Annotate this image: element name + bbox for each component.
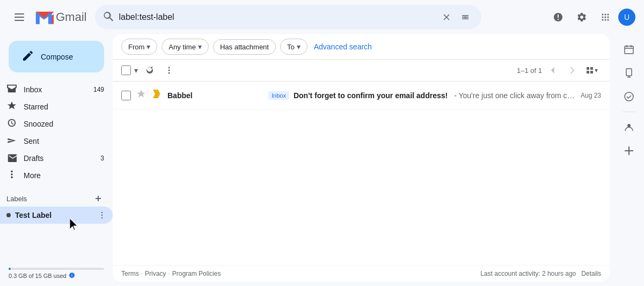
svg-point-17 xyxy=(169,70,170,71)
search-options-button[interactable] xyxy=(458,10,473,25)
snoozed-label: Snoozed xyxy=(24,120,104,128)
svg-rect-23 xyxy=(625,46,633,54)
keep-button[interactable] xyxy=(618,62,640,84)
svg-rect-0 xyxy=(14,13,24,14)
right-panel-divider xyxy=(623,112,635,112)
clear-search-button[interactable] xyxy=(440,10,453,24)
drafts-icon xyxy=(6,152,17,165)
starred-label: Starred xyxy=(24,102,104,111)
program-policies-link[interactable]: Program Policies xyxy=(172,270,221,277)
sidebar-item-snoozed[interactable]: Snoozed xyxy=(0,115,113,133)
email-tag: Inbox xyxy=(268,91,289,100)
inbox-count: 149 xyxy=(93,86,104,93)
sidebar-item-sent[interactable]: Sent xyxy=(0,133,113,150)
sidebar-item-starred[interactable]: Starred xyxy=(0,98,113,115)
search-input[interactable] xyxy=(119,12,435,22)
privacy-link[interactable]: Privacy xyxy=(145,270,166,277)
calendar-button[interactable] xyxy=(618,39,640,60)
svg-point-12 xyxy=(608,19,609,21)
sidebar-nav: Inbox 149 Starred Snoozed Sent xyxy=(0,81,113,184)
svg-rect-22 xyxy=(590,71,593,74)
contacts-button[interactable] xyxy=(618,116,640,138)
google-apps-button[interactable] xyxy=(595,6,616,28)
sidebar-item-inbox[interactable]: Inbox 149 xyxy=(0,81,113,98)
footer-separator-2: · xyxy=(168,270,170,277)
svg-point-4 xyxy=(602,14,604,16)
select-all-checkbox[interactable] xyxy=(121,65,131,75)
label-dot xyxy=(6,213,11,217)
storage-text: 0.3 GB of 15 GB used xyxy=(9,273,67,279)
has-attachment-filter-button[interactable]: Has attachment xyxy=(213,39,276,55)
label-more-options-button[interactable] xyxy=(96,210,108,221)
pagination-text: 1–1 of 1 xyxy=(517,67,542,75)
menu-button[interactable] xyxy=(9,6,30,28)
svg-rect-20 xyxy=(590,67,593,70)
sidebar-item-drafts[interactable]: Drafts 3 xyxy=(0,150,113,167)
email-row[interactable]: Babbel Inbox Don't forget to confirm you… xyxy=(113,82,610,109)
email-list-footer: Terms · Privacy · Program Policies Last … xyxy=(113,265,610,282)
last-activity-text: Last account activity: 2 hours ago Detai… xyxy=(480,270,601,277)
next-page-button[interactable] xyxy=(564,62,581,79)
from-label: From xyxy=(128,43,144,51)
select-dropdown-button[interactable]: ▾ xyxy=(133,64,139,77)
email-star-button[interactable] xyxy=(135,89,147,101)
more-actions-button[interactable] xyxy=(160,62,178,79)
tasks-button[interactable] xyxy=(618,86,640,107)
svg-point-7 xyxy=(602,17,604,18)
starred-icon xyxy=(6,101,17,113)
svg-point-9 xyxy=(608,17,609,18)
email-preview: - You're just one click away from comple… xyxy=(454,91,576,100)
any-time-label: Any time xyxy=(169,43,196,51)
email-subject: Don't forget to confirm your email addre… xyxy=(294,91,448,100)
to-filter-button[interactable]: To ▾ xyxy=(280,39,308,55)
gmail-logo-text: Gmail xyxy=(56,10,86,24)
settings-button[interactable] xyxy=(571,6,592,28)
svg-point-26 xyxy=(627,124,631,127)
more-label: More xyxy=(24,171,104,180)
svg-point-6 xyxy=(608,14,609,16)
has-attachment-label: Has attachment xyxy=(220,43,269,51)
view-options-button[interactable]: ▾ xyxy=(583,64,601,76)
label-item-test-label[interactable]: Test Label xyxy=(0,207,113,224)
compose-label: Compose xyxy=(41,53,73,61)
email-toolbar: ▾ 1–1 of 1 ▾ xyxy=(113,60,610,82)
svg-rect-21 xyxy=(587,71,589,74)
svg-point-5 xyxy=(605,14,606,16)
refresh-button[interactable] xyxy=(141,62,158,79)
svg-point-10 xyxy=(602,19,604,21)
avatar[interactable]: U xyxy=(618,9,635,26)
svg-point-15 xyxy=(101,217,103,218)
from-filter-button[interactable]: From ▾ xyxy=(121,39,157,55)
storage-bar-background xyxy=(9,268,104,270)
terms-link[interactable]: Terms xyxy=(121,270,139,277)
email-checkbox[interactable] xyxy=(121,91,131,100)
to-arrow-icon: ▾ xyxy=(297,42,301,51)
sidebar: Compose Inbox 149 Starred Snoozed xyxy=(0,34,113,286)
sidebar-item-more[interactable]: More xyxy=(0,167,113,184)
svg-point-16 xyxy=(169,67,170,69)
to-label: To xyxy=(287,43,295,51)
svg-rect-24 xyxy=(626,69,632,76)
email-area: From ▾ Any time ▾ Has attachment To ▾ Ad… xyxy=(113,34,610,282)
add-app-button[interactable] xyxy=(618,140,640,162)
svg-point-14 xyxy=(101,215,103,216)
any-time-filter-button[interactable]: Any time ▾ xyxy=(162,39,209,55)
advanced-search-link[interactable]: Advanced search xyxy=(314,42,372,51)
advanced-search-label: Advanced search xyxy=(314,42,372,51)
help-button[interactable] xyxy=(547,6,569,28)
compose-button[interactable]: Compose xyxy=(9,41,104,72)
inbox-icon xyxy=(6,84,17,96)
previous-page-button[interactable] xyxy=(544,62,561,79)
details-link[interactable]: Details xyxy=(581,270,601,277)
more-icon xyxy=(6,170,17,182)
inbox-label: Inbox xyxy=(24,85,87,94)
svg-point-25 xyxy=(625,92,633,101)
compose-icon xyxy=(21,49,34,64)
manage-storage-link[interactable] xyxy=(69,272,75,280)
add-label-button[interactable] xyxy=(92,193,104,204)
svg-rect-1 xyxy=(14,17,24,18)
svg-rect-19 xyxy=(587,67,589,70)
email-important-button[interactable] xyxy=(151,89,163,101)
labels-section-header: Labels xyxy=(0,188,113,207)
label-name: Test Label xyxy=(15,211,91,219)
